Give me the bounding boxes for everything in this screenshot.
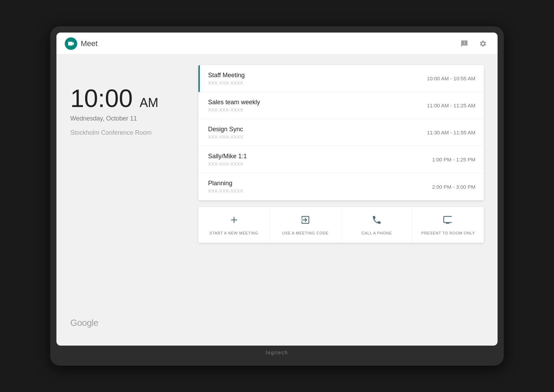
action-buttons: START A NEW MEETING USE A MEETING CODE — [198, 207, 484, 243]
feedback-button[interactable] — [458, 37, 471, 50]
meeting-info: Planning XXX-XXX-XXXX — [208, 180, 425, 194]
meeting-info: Design Sync XXX-XXX-XXXX — [208, 126, 420, 140]
time-value: 10:00 — [70, 84, 133, 112]
meeting-code-label: USE A MEETING CODE — [282, 231, 329, 235]
present-room-only-button[interactable]: PRESENT TO ROOM ONLY — [413, 207, 484, 243]
start-meeting-label: START A NEW MEETING — [209, 231, 258, 235]
clock-area: 10:00 AM Wednesday, October 11 Stockholm… — [70, 65, 188, 136]
meeting-title: Sales team weekly — [208, 99, 420, 106]
call-phone-button[interactable]: CALL A PHONE — [341, 207, 413, 243]
meeting-code: XXX-XXX-XXXX — [208, 161, 425, 167]
meeting-info: Sales team weekly XXX-XXX-XXXX — [208, 99, 420, 113]
meeting-time: 2:00 PM - 3:00 PM — [432, 184, 475, 190]
header-bar: Meet — [56, 33, 498, 55]
device-bottom-bar: logitech — [56, 346, 498, 359]
meeting-info: Staff Meeting XXX-XXX-XXXX — [208, 72, 420, 86]
phone-icon — [372, 215, 382, 228]
time-display: 10:00 AM — [70, 86, 188, 111]
meeting-time: 11:30 AM - 11:55 AM — [427, 130, 475, 135]
meeting-item[interactable]: Staff Meeting XXX-XXX-XXXX 10:00 AM - 10… — [198, 65, 484, 92]
main-content: 10:00 AM Wednesday, October 11 Stockholm… — [56, 55, 498, 346]
ampm-value: AM — [140, 96, 158, 110]
settings-button[interactable] — [477, 37, 489, 50]
meeting-time: 1:00 PM - 1:25 PM — [432, 157, 475, 162]
meeting-code: XXX-XXX-XXXX — [208, 107, 420, 113]
header-title: Meet — [81, 39, 98, 48]
meeting-item[interactable]: Planning XXX-XXX-XXXX 2:00 PM - 3:00 PM — [198, 173, 484, 200]
left-panel: 10:00 AM Wednesday, October 11 Stockholm… — [70, 65, 188, 335]
meeting-code: XXX-XXX-XXXX — [208, 188, 425, 194]
header-logo: Meet — [65, 37, 98, 50]
meeting-code: XXX-XXX-XXXX — [208, 80, 420, 86]
use-meeting-code-button[interactable]: USE A MEETING CODE — [270, 207, 341, 243]
date-display: Wednesday, October 11 — [70, 115, 188, 122]
meeting-code: XXX-XXX-XXXX — [208, 134, 420, 140]
header-actions — [458, 37, 489, 50]
meeting-item[interactable]: Sales team weekly XXX-XXX-XXXX 11:00 AM … — [198, 92, 484, 119]
start-new-meeting-button[interactable]: START A NEW MEETING — [198, 207, 270, 243]
meeting-info: Sally/Mike 1:1 XXX-XXX-XXXX — [208, 153, 425, 167]
call-phone-label: CALL A PHONE — [361, 231, 392, 235]
device-screen: Meet 10:00 — [56, 33, 498, 346]
meeting-title: Planning — [208, 180, 425, 187]
meeting-item[interactable]: Sally/Mike 1:1 XXX-XXX-XXXX 1:00 PM - 1:… — [198, 146, 484, 173]
meeting-title: Sally/Mike 1:1 — [208, 153, 425, 160]
person-arrow-icon — [300, 215, 311, 228]
meetings-list: Staff Meeting XXX-XXX-XXXX 10:00 AM - 10… — [198, 65, 484, 200]
meeting-item[interactable]: Design Sync XXX-XXX-XXXX 11:30 AM - 11:5… — [198, 119, 484, 146]
meeting-title: Design Sync — [208, 126, 420, 133]
meeting-time: 10:00 AM - 10:55 AM — [427, 75, 475, 81]
room-name: Stockholm Conference Room — [70, 129, 188, 136]
right-panel: Staff Meeting XXX-XXX-XXXX 10:00 AM - 10… — [198, 65, 484, 335]
logitech-label: logitech — [266, 350, 288, 355]
google-logo: Google — [70, 318, 188, 328]
present-room-label: PRESENT TO ROOM ONLY — [421, 231, 475, 235]
plus-icon — [229, 215, 239, 228]
hdmi-icon — [443, 215, 453, 228]
meet-logo-icon — [65, 37, 77, 50]
meeting-time: 11:00 AM - 11:25 AM — [427, 103, 475, 108]
meeting-title: Staff Meeting — [208, 72, 420, 79]
device-frame: Meet 10:00 — [50, 26, 504, 366]
